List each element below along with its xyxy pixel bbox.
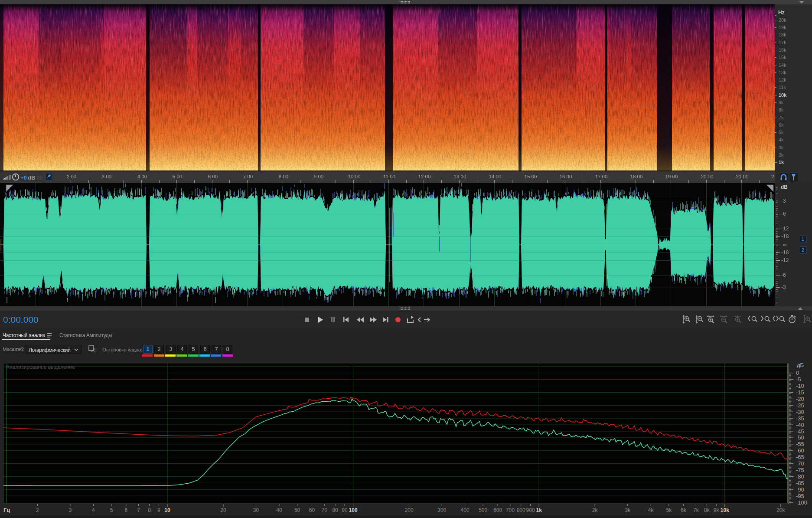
svg-text:-80: -80 [796, 473, 804, 480]
svg-text:-25: -25 [796, 402, 804, 409]
svg-text:9: 9 [157, 507, 160, 513]
svg-text:-55: -55 [796, 441, 804, 447]
svg-text:6k: 6k [681, 507, 687, 513]
svg-text:-65: -65 [796, 454, 804, 460]
svg-text:2k: 2k [592, 507, 598, 513]
svg-text:80: 80 [332, 507, 338, 513]
svg-text:2: 2 [36, 507, 39, 513]
svg-text:3k: 3k [625, 507, 631, 513]
svg-text:900: 900 [526, 507, 535, 513]
svg-text:-30: -30 [796, 409, 804, 415]
svg-text:200: 200 [405, 507, 414, 513]
svg-text:300: 300 [437, 507, 446, 513]
svg-text:Гц: Гц [3, 507, 10, 513]
svg-text:-95: -95 [796, 493, 804, 499]
svg-text:0: 0 [796, 370, 799, 376]
svg-text:-75: -75 [796, 467, 804, 473]
svg-text:Анализированое выделение: Анализированое выделение [6, 364, 75, 370]
svg-text:-20: -20 [796, 396, 804, 402]
svg-text:9k: 9k [714, 507, 720, 513]
svg-text:-100: -100 [796, 499, 807, 506]
svg-text:10: 10 [164, 507, 170, 513]
svg-text:8k: 8k [704, 507, 710, 513]
svg-text:-10: -10 [796, 383, 804, 389]
svg-text:-70: -70 [796, 460, 804, 467]
svg-text:30: 30 [253, 507, 259, 513]
svg-text:-15: -15 [796, 389, 804, 396]
svg-text:-85: -85 [796, 480, 804, 486]
svg-text:500: 500 [479, 507, 487, 513]
svg-text:-35: -35 [796, 415, 804, 422]
svg-text:600: 600 [493, 507, 502, 513]
svg-text:4: 4 [92, 507, 95, 513]
svg-text:-60: -60 [796, 447, 804, 454]
svg-text:10k: 10k [721, 507, 729, 513]
svg-text:-50: -50 [796, 434, 804, 441]
svg-text:40: 40 [276, 507, 282, 513]
svg-text:-90: -90 [796, 486, 804, 493]
svg-text:8: 8 [148, 507, 151, 513]
svg-text:800: 800 [517, 507, 525, 513]
svg-text:100: 100 [349, 507, 358, 513]
svg-text:7: 7 [137, 507, 140, 513]
svg-text:6: 6 [125, 507, 128, 513]
svg-text:20k: 20k [776, 507, 785, 513]
svg-text:70: 70 [322, 507, 328, 513]
svg-text:20: 20 [220, 507, 226, 513]
svg-text:4k: 4k [648, 507, 654, 513]
svg-text:1k: 1k [536, 507, 542, 513]
svg-text:400: 400 [461, 507, 470, 513]
svg-text:5k: 5k [666, 507, 672, 513]
svg-text:60: 60 [309, 507, 315, 513]
svg-text:7k: 7k [693, 507, 699, 513]
svg-text:700: 700 [506, 507, 515, 513]
svg-text:5: 5 [110, 507, 113, 513]
svg-text:50: 50 [294, 507, 300, 513]
svg-text:3: 3 [69, 507, 72, 513]
svg-text:-45: -45 [796, 428, 804, 435]
svg-text:-5: -5 [796, 376, 801, 383]
svg-text:90: 90 [342, 507, 348, 513]
svg-text:дБ: дБ [797, 362, 804, 368]
svg-text:-40: -40 [796, 422, 804, 428]
